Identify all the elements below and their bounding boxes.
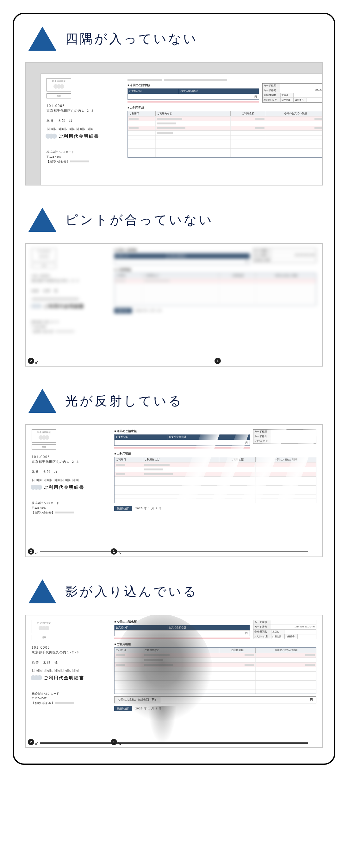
section-corners-missing: 四隅が入っていない 料金後納郵便 親展 101-0005 東京都千代田区丸の内１… — [25, 27, 323, 186]
postal-code: 101-0005 — [46, 104, 121, 107]
corner-badge-right: 1 — [215, 358, 221, 364]
warning-triangle-icon — [29, 579, 56, 603]
section-out-of-focus: ピントが合っていない 料金後納郵便 親展 101-0005 東京都千代田区丸の内… — [25, 208, 323, 367]
arrow-down-right-icon: ↘ — [118, 741, 122, 746]
billing-table: お支払い日 お支払金額合計 円 — [127, 88, 259, 100]
warning-triangle-icon — [29, 389, 56, 413]
arrow-down-left-icon: ↙ — [35, 741, 39, 746]
section-glare: 光が反射している 料金後納郵便 親展 101-0005 東京都千代田区丸の内１-… — [25, 389, 323, 557]
footer-rule — [40, 742, 308, 744]
corner-badge-left: 2 — [28, 739, 34, 745]
logo-circles-icon — [46, 133, 56, 139]
warning-triangle-icon — [29, 27, 56, 51]
section-shadow: 影が入り込んでいる 料金後納郵便 親展 101-0005 東京都千代田区丸の内１… — [25, 579, 323, 748]
card-info-box: カード種類 カード番号1234-567 金融機関名支店名 お支払い口座口座名義口… — [262, 83, 323, 102]
preview-shadow: 料金後納郵便 親展 101-0005 東京都千代田区丸の内１-２-３ 為替 太郎… — [25, 615, 323, 748]
section-title: 影が入り込んでいる — [65, 583, 198, 600]
preview-glare: 料金後納郵便 親展 101-0005 東京都千代田区丸の内１-２-３ 為替 太郎… — [25, 424, 323, 557]
issuer-postal: 〒123-4567 — [46, 155, 121, 159]
arrow-down-left-icon: ↙ — [35, 550, 39, 555]
issuer-name: 株式会社 ABC カード — [46, 150, 121, 154]
payee-name: 為替 太郎 様 — [46, 119, 121, 123]
corner-badge-right: 1 — [111, 548, 117, 555]
issuer-contact: 【お問い合わせ】 — [46, 160, 69, 163]
corner-badge-left: 2 — [28, 548, 34, 555]
address: 東京都千代田区丸の内１-２-３ — [46, 109, 121, 113]
section-title: 四隅が入っていない — [65, 30, 198, 48]
corner-badge-right: 1 — [111, 739, 117, 745]
preview-blurred: 料金後納郵便 親展 101-0005 東京都千代田区丸の内１-２-３ 為替 太郎… — [25, 243, 323, 367]
arrow-down-right-icon: ↘ — [118, 550, 122, 555]
barcode: |ц||ц||ц||ц||ц||ц||ц||ц||ц||ц||ц||ц||ц| — [46, 128, 121, 130]
corner-badge-left: 2 — [28, 358, 34, 364]
confidential-label: 親展 — [46, 93, 71, 98]
arrow-down-left-icon: ↙ — [35, 360, 39, 365]
postage-stamp-box: 料金後納郵便 — [46, 78, 71, 92]
detail-table: ご利用日 ご利用先など ご利用金額 今回のお支払い明細 — [127, 111, 323, 158]
preview-cropped: 料金後納郵便 親展 101-0005 東京都千代田区丸の内１-２-３ 為替 太郎… — [25, 62, 323, 186]
detail-label: ご利用明細 — [127, 106, 323, 110]
billing-label: 今回のご請求額 — [127, 83, 259, 87]
warning-triangle-icon — [29, 208, 56, 232]
section-title: 光が反射している — [65, 392, 183, 410]
guidance-frame: 四隅が入っていない 料金後納郵便 親展 101-0005 東京都千代田区丸の内１… — [13, 13, 335, 765]
footer-rule — [40, 552, 308, 553]
section-title: ピントが合っていない — [65, 211, 214, 228]
document-title: ご利用代金明細書 — [59, 133, 99, 139]
section-header: 四隅が入っていない — [25, 27, 323, 51]
